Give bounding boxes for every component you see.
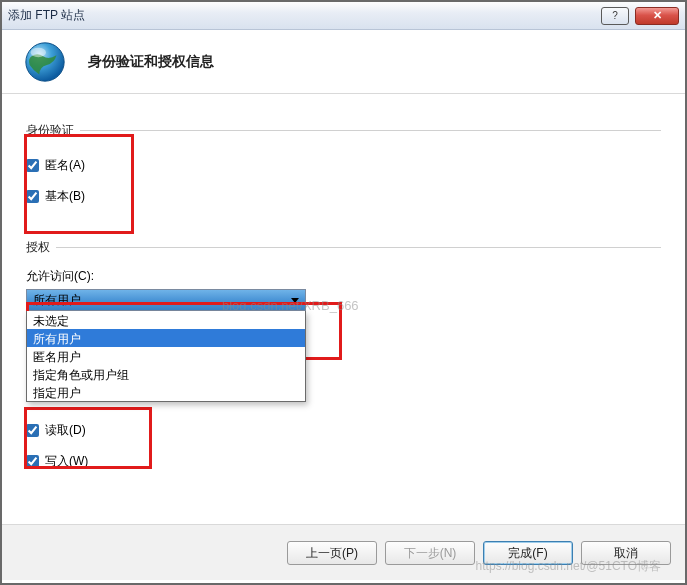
wizard-header: 身份验证和授权信息 bbox=[2, 30, 685, 94]
basic-checkbox[interactable] bbox=[26, 190, 39, 203]
write-row: 写入(W) bbox=[26, 453, 661, 470]
window-frame: 添加 FTP 站点 ? ✕ 身份验证和授权信息 bbox=[0, 0, 687, 585]
cancel-button[interactable]: 取消 bbox=[581, 541, 671, 565]
finish-button[interactable]: 完成(F) bbox=[483, 541, 573, 565]
chevron-down-icon bbox=[291, 298, 299, 303]
dropdown-option[interactable]: 未选定 bbox=[27, 311, 305, 329]
authorization-legend: 授权 bbox=[26, 239, 56, 256]
combobox-selected-text: 所有用户 bbox=[33, 292, 291, 309]
anonymous-label[interactable]: 匿名(A) bbox=[45, 157, 85, 174]
svg-point-1 bbox=[31, 47, 46, 57]
allow-access-combobox[interactable]: 所有用户 bbox=[26, 289, 306, 311]
basic-label[interactable]: 基本(B) bbox=[45, 188, 85, 205]
read-checkbox[interactable] bbox=[26, 424, 39, 437]
wizard-footer: 上一页(P) 下一步(N) 完成(F) 取消 bbox=[2, 524, 685, 580]
authentication-legend: 身份验证 bbox=[26, 122, 80, 139]
help-button[interactable]: ? bbox=[601, 7, 629, 25]
read-label[interactable]: 读取(D) bbox=[45, 422, 86, 439]
anonymous-row: 匿名(A) bbox=[26, 157, 661, 174]
allow-access-dropdown: 未选定 所有用户 匿名用户 指定角色或用户组 指定用户 bbox=[26, 311, 306, 402]
globe-icon bbox=[22, 39, 68, 85]
close-button[interactable]: ✕ bbox=[635, 7, 679, 25]
window-title: 添加 FTP 站点 bbox=[8, 7, 601, 24]
allow-access-label: 允许访问(C): bbox=[26, 268, 661, 285]
authentication-group: 身份验证 匿名(A) 基本(B) bbox=[26, 122, 661, 219]
title-bar: 添加 FTP 站点 ? ✕ bbox=[2, 2, 685, 30]
read-row: 读取(D) bbox=[26, 422, 661, 439]
content-area: 身份验证 匿名(A) 基本(B) 授权 允许访问(C): 所有用户 未选定 所有… bbox=[2, 94, 685, 524]
window-controls: ? ✕ bbox=[601, 7, 679, 25]
dropdown-option[interactable]: 所有用户 bbox=[27, 329, 305, 347]
authorization-group: 授权 允许访问(C): 所有用户 未选定 所有用户 匿名用户 指定角色或用户组 … bbox=[26, 239, 661, 484]
previous-button[interactable]: 上一页(P) bbox=[287, 541, 377, 565]
dropdown-option[interactable]: 匿名用户 bbox=[27, 347, 305, 365]
basic-row: 基本(B) bbox=[26, 188, 661, 205]
anonymous-checkbox[interactable] bbox=[26, 159, 39, 172]
dropdown-option[interactable]: 指定用户 bbox=[27, 383, 305, 401]
write-checkbox[interactable] bbox=[26, 455, 39, 468]
write-label[interactable]: 写入(W) bbox=[45, 453, 88, 470]
dropdown-option[interactable]: 指定角色或用户组 bbox=[27, 365, 305, 383]
next-button: 下一步(N) bbox=[385, 541, 475, 565]
page-title: 身份验证和授权信息 bbox=[88, 53, 214, 71]
